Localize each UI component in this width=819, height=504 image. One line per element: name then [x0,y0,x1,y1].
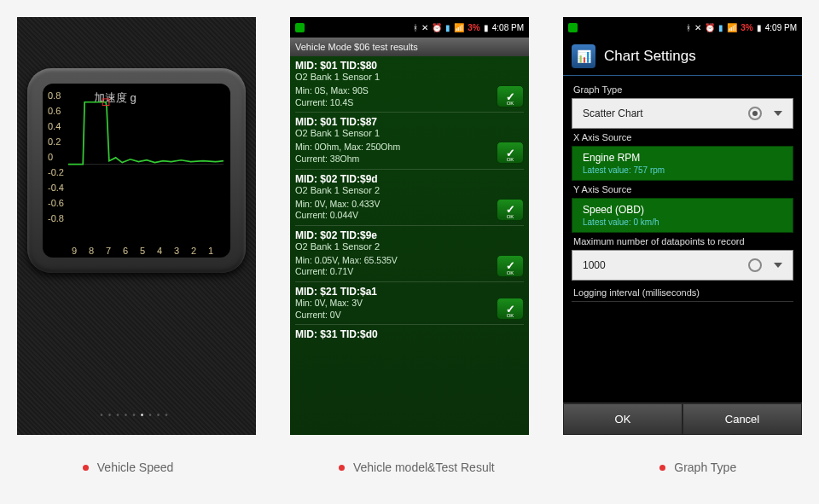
status-bar: ᚼ ✕ ⏰ ▮ 📶 3% ▮ 4:09 PM [563,17,802,38]
test-ok-button[interactable]: OK [497,298,524,320]
test-result-item[interactable]: MID: $01 TID:$87O2 Bank 1 Sensor 1Min: 0… [295,116,524,169]
test-result-item[interactable]: MID: $01 TID:$80O2 Bank 1 Sensor 1Min: 0… [295,60,524,113]
x-tick: 4 [157,246,162,256]
sim-icon: ▮ [718,23,723,32]
test-ok-button[interactable]: OK [497,199,524,221]
x-tick: 7 [106,246,111,256]
graph-type-spinner[interactable]: Scatter Chart [572,98,793,129]
test-result-item[interactable]: MID: $21 TID:$a1Min: 0V, Max: 3VCurrent:… [295,286,524,325]
battery-percent: 3% [741,23,752,32]
logging-interval-label: Logging interval (milliseconds) [573,287,792,298]
obd-icon [295,23,305,32]
max-datapoints-label: Maximum number of datapoints to record [573,236,792,246]
y-tick: 0.4 [48,121,61,131]
x-tick: 6 [123,246,128,256]
caption-test-result: Vehicle model&Test Result [339,461,495,474]
page-indicator[interactable]: ••••••••• [17,410,256,420]
phone-chart-settings: ᚼ ✕ ⏰ ▮ 📶 3% ▮ 4:09 PM 📊 Chart Settings … [563,17,802,435]
test-values: Min: 0S, Max: 90SCurrent: 10.4S [295,85,369,108]
settings-header: 📊 Chart Settings [563,38,802,76]
graph-type-label: Graph Type [573,84,792,95]
app-icon: 📊 [572,44,595,68]
bluetooth-icon: ᚼ [413,23,418,32]
test-ok-button[interactable]: OK [497,85,524,107]
x-tick: 5 [140,246,145,256]
graph-type-value: Scatter Chart [583,107,643,119]
test-sensor: O2 Bank 1 Sensor 2 [295,185,524,195]
clock: 4:09 PM [765,23,797,32]
test-ok-button[interactable]: OK [497,255,524,277]
x-tick: 2 [191,246,196,256]
phone-test-results: ᚼ ✕ ⏰ ▮ 📶 3% ▮ 4:08 PM Vehicle Mode $06 … [290,17,529,435]
x-tick: 3 [174,246,179,256]
test-result-item[interactable]: MID: $02 TID:$9dO2 Bank 1 Sensor 2Min: 0… [295,173,524,226]
radio-icon [748,258,762,272]
y-tick: 0.8 [48,90,61,101]
battery-percent: 3% [468,23,479,32]
test-mid-tid: MID: $02 TID:$9e [295,229,524,241]
battery-icon: ▮ [757,23,762,32]
max-datapoints-value: 1000 [583,259,606,271]
ok-button[interactable]: OK [563,403,682,435]
status-bar: ᚼ ✕ ⏰ ▮ 📶 3% ▮ 4:08 PM [290,17,529,38]
test-mid-tid: MID: $31 TID:$d0 [295,328,524,340]
mute-icon: ✕ [694,23,701,32]
x-axis-latest: Latest value: 757 rpm [583,165,665,175]
test-mid-tid: MID: $21 TID:$a1 [295,286,524,298]
radio-icon [748,107,762,120]
y-tick: -0.6 [48,198,64,208]
bluetooth-icon: ᚼ [686,23,691,32]
settings-title: Chart Settings [604,48,696,65]
acceleration-chart[interactable]: 加速度 g 0.8 0.6 0.4 0.2 0 -0.2 -0.4 -0.6 -… [43,84,230,258]
test-values: Min: 0.05V, Max: 65.535VCurrent: 0.71V [295,255,398,278]
x-axis-value: Engine RPM [583,152,640,164]
bullet-icon [659,465,665,471]
chart-line [68,97,224,232]
sim-icon: ▮ [445,23,450,32]
mute-icon: ✕ [421,23,428,32]
test-results-list[interactable]: MID: $01 TID:$80O2 Bank 1 Sensor 1Min: 0… [290,56,529,435]
y-tick: -0.8 [48,213,64,223]
cancel-button[interactable]: Cancel [682,403,802,435]
chart-bezel: 加速度 g 0.8 0.6 0.4 0.2 0 -0.2 -0.4 -0.6 -… [27,68,246,273]
y-tick: -0.2 [48,167,64,177]
test-mid-tid: MID: $01 TID:$80 [295,60,524,72]
x-tick: 9 [72,246,77,256]
test-values: Min: 0V, Max: 0.433VCurrent: 0.044V [295,199,380,222]
y-axis-label: Y Axis Source [573,184,792,194]
chevron-down-icon [774,111,782,116]
test-sensor: O2 Bank 1 Sensor 2 [295,241,524,252]
x-tick: 1 [208,246,213,256]
signal-icon: 📶 [727,23,737,32]
test-ok-button[interactable]: OK [497,142,524,164]
test-mid-tid: MID: $01 TID:$87 [295,116,524,128]
phone-vehicle-speed: 加速度 g 0.8 0.6 0.4 0.2 0 -0.2 -0.4 -0.6 -… [17,17,256,435]
x-tick: 8 [89,246,94,256]
bullet-icon [83,465,89,471]
y-axis-spinner[interactable]: Speed (OBD) Latest value: 0 km/h [572,198,793,233]
test-sensor: O2 Bank 1 Sensor 1 [295,72,524,82]
screen-header: Vehicle Mode $06 test results [290,38,529,56]
y-axis-latest: Latest value: 0 km/h [583,217,659,227]
test-sensor: O2 Bank 1 Sensor 1 [295,128,524,138]
test-values: Min: 0Ohm, Max: 250OhmCurrent: 38Ohm [295,142,400,165]
y-tick: 0.6 [48,106,61,116]
caption-graph-type: Graph Type [659,461,736,474]
battery-icon: ▮ [484,23,489,32]
signal-icon: 📶 [454,23,464,32]
obd-icon [568,23,578,32]
y-axis-value: Speed (OBD) [583,204,644,216]
alarm-icon: ⏰ [705,23,715,32]
chevron-down-icon [774,263,782,268]
test-result-item[interactable]: MID: $02 TID:$9eO2 Bank 1 Sensor 2Min: 0… [295,229,524,282]
clock: 4:08 PM [492,23,524,32]
test-result-item[interactable]: MID: $31 TID:$d0 [295,328,524,340]
y-tick: -0.4 [48,182,64,193]
y-tick: 0 [48,152,53,162]
x-axis-spinner[interactable]: Engine RPM Latest value: 757 rpm [572,146,793,181]
bullet-icon [339,465,345,471]
x-axis-label: X Axis Source [573,132,792,142]
y-tick: 0.2 [48,136,61,147]
max-datapoints-spinner[interactable]: 1000 [572,250,793,281]
test-mid-tid: MID: $02 TID:$9d [295,173,524,185]
